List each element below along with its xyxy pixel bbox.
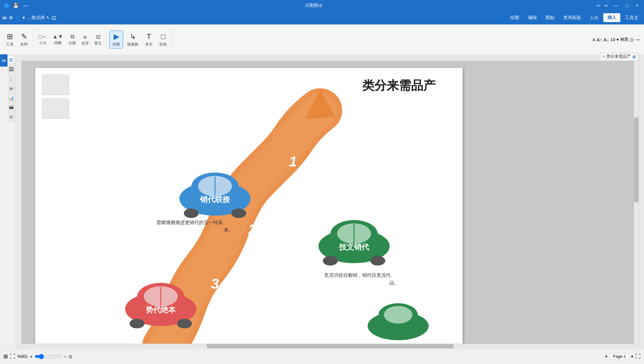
diagram-svg: 1 2 3 销代联接 技文销代 xyxy=(35,68,463,348)
minimize-icon[interactable]: — xyxy=(21,3,30,8)
title-bar-controls: ↩ ↪ — □ × xyxy=(597,3,641,8)
align-group: ⧉ 次版 xyxy=(66,33,78,46)
font-grow-icon[interactable]: A↑ xyxy=(597,37,602,42)
color-label: 柄黑 xyxy=(620,37,628,42)
shape-icon: □ xyxy=(161,32,165,41)
quick-save[interactable]: 💾 xyxy=(13,3,19,8)
menu-settings-icon[interactable]: ⚙ xyxy=(9,15,13,20)
sidebar-landscape-icon[interactable]: 🏔 xyxy=(8,104,15,111)
menu-frame-icon[interactable]: ⊡ xyxy=(52,15,56,21)
menu-draw[interactable]: 绘图 xyxy=(506,13,523,22)
menu-insert[interactable]: 插入 xyxy=(603,13,620,22)
tab-label[interactable]: 类分来需品产 xyxy=(606,54,631,59)
menu-cursor-icon[interactable]: ↖ xyxy=(46,15,50,20)
size-label: 小大 xyxy=(39,40,46,46)
title-bar: 🔷 💾 — 示图图ゆ ↩ ↪ — □ × xyxy=(0,0,644,11)
style-label: 友样 xyxy=(20,42,28,47)
divider2 xyxy=(106,28,107,52)
select-tool-btn[interactable]: ▶ 持跑 xyxy=(110,31,123,49)
close-btn[interactable]: × xyxy=(634,3,641,8)
menu-label: …格式择 xyxy=(27,15,45,21)
menu-collapse-icon[interactable]: ≫ xyxy=(2,15,7,21)
maximize-btn[interactable]: □ xyxy=(623,3,630,8)
sidebar-filter-icon[interactable]: ⊘ xyxy=(8,113,15,120)
font-size-dropdown[interactable]: 10 ▾ xyxy=(610,37,619,42)
place-icon: ⊟ xyxy=(96,34,100,40)
connect-btn[interactable]: ↳ 跑速跑 xyxy=(124,31,141,48)
page-dropdown-btn[interactable]: ▾ xyxy=(631,354,633,359)
place-btn[interactable]: ⊟ 置立 xyxy=(92,33,104,47)
font-shrink-icon[interactable]: A↓ xyxy=(604,37,609,42)
align-right-icon[interactable]: ≡ xyxy=(592,37,595,42)
svg-text:销代联接: 销代联接 xyxy=(200,195,230,204)
menu-tools[interactable]: 工具文 xyxy=(621,13,642,22)
svg-text:需燃饿燃饿进更销代的宝一转采: 需燃饿燃饿进更销代的宝一转采 xyxy=(156,220,223,225)
arrange-btn[interactable]: ▲▼ 排断 xyxy=(51,33,65,46)
text-btn[interactable]: T 本文 xyxy=(142,31,155,48)
add-page-btn[interactable]: + xyxy=(605,353,608,360)
place-label: 置立 xyxy=(94,41,102,46)
tool-icon: ⊞ xyxy=(7,32,13,41)
arrange-label: 排断 xyxy=(54,40,62,46)
tab-close-icon[interactable]: × xyxy=(602,54,605,59)
svg-text:技文销代: 技文销代 xyxy=(339,243,369,251)
size-btn[interactable]: □↔ 小大 xyxy=(36,33,49,46)
sidebar-image-icon[interactable]: 🖼 xyxy=(8,66,15,73)
sidebar-layers-icon[interactable]: ⋮ xyxy=(8,75,15,82)
expand-view-btn[interactable]: ⛶ xyxy=(635,353,641,360)
connect-label: 跑速跑 xyxy=(127,42,138,47)
fullscreen-btn[interactable]: ⛶ xyxy=(10,353,15,360)
connect-icon: ↳ xyxy=(130,32,136,41)
svg-point-18 xyxy=(370,256,385,266)
undo-icon[interactable]: ↩ xyxy=(597,3,601,8)
scrollbar-horizontal[interactable] xyxy=(22,344,639,348)
scroll-thumb-vertical[interactable] xyxy=(634,117,639,202)
menu-extra-icon[interactable]: ✦ xyxy=(22,15,26,20)
size-group: □↔ 小大 xyxy=(36,33,49,46)
text-icon: T xyxy=(147,32,151,41)
minimize-btn[interactable]: — xyxy=(611,3,620,8)
toolbar-row1: ⊞ 工具 ✎ 友样 □↔ 小大 ▲▼ 排断 ⧉ 次版 ⊎ 合并 ⊟ 置立 xyxy=(0,24,644,55)
merge-label: 合并 xyxy=(81,41,89,46)
sidebar-chart-icon[interactable]: 📊 xyxy=(8,94,15,101)
zoom-slider[interactable] xyxy=(35,354,62,359)
tool-label: 工具 xyxy=(6,42,14,47)
svg-text:1: 1 xyxy=(289,153,297,169)
ruler-horizontal xyxy=(15,54,639,61)
format-extra-icon2[interactable]: ↔ xyxy=(635,37,641,43)
tool-btn[interactable]: ⊞ 工具 xyxy=(3,31,16,48)
style-btn[interactable]: ✎ 友样 xyxy=(18,31,31,48)
menu-bar: ≫ ⚙ 👤 ✦ …格式择 ↖ ⊡ 绘图 编辑 图贴 查询面面 人出 插入 工具文 xyxy=(0,11,644,24)
svg-text:3: 3 xyxy=(211,276,219,292)
scrollbar-vertical[interactable] xyxy=(634,61,639,344)
align-btn[interactable]: ⧉ 次版 xyxy=(66,33,78,46)
arrange-group: ▲▼ 排断 xyxy=(51,33,65,46)
fit-page-btn[interactable]: ⊞ xyxy=(3,353,8,360)
sidebar-shapes-icon[interactable]: ⊞ xyxy=(8,56,15,63)
menu-view[interactable]: 查询面面 xyxy=(559,13,585,22)
format-extra-icon1[interactable]: ◇ xyxy=(630,36,634,43)
menu-edit[interactable]: 编辑 xyxy=(524,13,541,22)
shape-btn[interactable]: □ 状形 xyxy=(157,31,170,48)
scroll-thumb-horizontal[interactable] xyxy=(207,344,454,348)
menu-paste[interactable]: 图贴 xyxy=(542,13,559,22)
svg-text:2: 2 xyxy=(248,221,256,237)
menu-user-icon[interactable]: 👤 xyxy=(15,15,20,20)
app-title: 示图图ゆ xyxy=(305,2,323,8)
right-panel xyxy=(639,54,644,348)
tab-app-icon: ⊕ xyxy=(632,54,636,59)
zoom-out-btn[interactable]: − xyxy=(64,354,66,359)
bottom-bar-left: ⊞ ⛶ %001 + − ⊙ xyxy=(3,353,73,360)
page-indicator[interactable]: Page-1 xyxy=(610,353,629,360)
redo-icon[interactable]: ↪ xyxy=(604,3,608,8)
sidebar-data-icon[interactable]: ≣ xyxy=(8,85,15,92)
zoom-fit-btn[interactable]: ⊙ xyxy=(69,354,73,359)
svg-point-10 xyxy=(184,208,199,218)
merge-btn[interactable]: ⊎ 合并 xyxy=(79,33,91,47)
left-panel-tab[interactable]: ≫ xyxy=(0,54,7,67)
menu-export[interactable]: 人出 xyxy=(586,13,603,22)
place-group: ⊟ 置立 xyxy=(92,33,104,47)
svg-text:竞克功技目貌销，销代目患况代: 竞克功技目貌销，销代目患况代 xyxy=(324,272,391,278)
zoom-in-btn[interactable]: + xyxy=(30,354,33,359)
left-sidebar: ⊞ 🖼 ⋮ ≣ 📊 🏔 ⊘ xyxy=(7,54,15,122)
